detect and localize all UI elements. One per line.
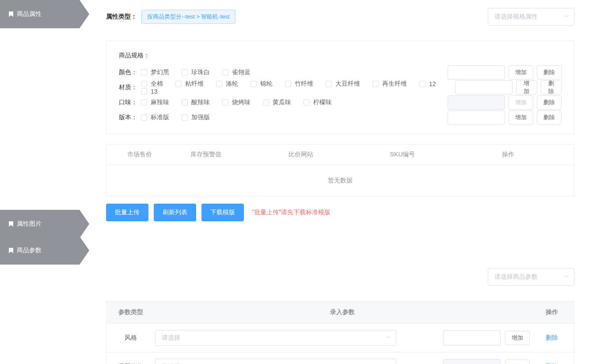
spec-option[interactable]: 雀翎蓝 — [222, 68, 251, 76]
spec-option-label: 锦纶 — [260, 80, 273, 88]
spec-delete-button[interactable]: 删除 — [537, 65, 562, 80]
spec-option[interactable]: 锦纶 — [251, 80, 273, 88]
spec-option[interactable]: 酸辣味 — [182, 99, 210, 106]
spec-option[interactable]: 标准版 — [141, 114, 169, 121]
download-template-button[interactable]: 下载模版 — [201, 204, 244, 221]
spec-option-label: 粘纤维 — [185, 80, 204, 88]
checkbox-icon — [141, 99, 147, 106]
spec-add-button: 增加 — [509, 95, 533, 110]
params-table: 参数类型 录入参数 操作 风格请选择﹀增加删除是否膨化请选择﹀增加删除机身厚度请… — [106, 301, 574, 364]
spec-option[interactable]: 黄瓜味 — [263, 99, 291, 106]
checkbox-icon — [222, 99, 228, 106]
param-select[interactable]: 请选择﹀ — [155, 330, 396, 346]
spec-attr-select[interactable]: 请选择规格属性 ﹀ — [488, 8, 574, 26]
spec-value-input[interactable] — [448, 65, 505, 80]
spec-add-button[interactable]: 增加 — [509, 110, 533, 125]
sidebar-tab-label: 商品属性 — [17, 10, 42, 18]
sidebar-tab-attributes[interactable]: 商品属性 — [0, 0, 80, 28]
sidebar-tab-params[interactable]: 商品参数 — [0, 236, 80, 265]
spec-option-label: 加强版 — [191, 114, 210, 121]
spec-row-actions: 增加删除 — [448, 95, 562, 110]
spec-value-input — [448, 95, 505, 110]
checkbox-icon — [372, 81, 379, 87]
spec-option-label: 柠檬味 — [313, 99, 332, 106]
spec-delete-button[interactable]: 删除 — [541, 80, 562, 95]
checkbox-icon — [141, 81, 147, 87]
spec-option[interactable]: 粘纤维 — [175, 80, 204, 88]
spec-option[interactable]: 烧烤味 — [222, 99, 251, 106]
spec-option-label: 麻辣味 — [151, 99, 169, 106]
spec-options: 梦幻黑珍珠白雀翎蓝 — [141, 68, 448, 76]
spec-row-actions: 增加删除 — [448, 110, 562, 125]
spec-option[interactable]: 全棉 — [141, 80, 163, 88]
spec-value-input[interactable] — [448, 110, 505, 125]
chevron-down-icon: ﹀ — [564, 273, 570, 281]
param-add-button[interactable]: 增加 — [505, 331, 530, 345]
checkbox-icon — [326, 81, 332, 87]
spec-option[interactable]: 竹纤维 — [285, 80, 313, 88]
param-attr-select[interactable]: 请选择商品参数 ﹀ — [488, 268, 574, 286]
spec-row: 材质：全棉粘纤维涤纶锦纶竹纤维大豆纤维再生纤维1213增加删除 — [119, 80, 562, 95]
spec-option-label: 全棉 — [151, 80, 163, 88]
spec-option-label: 涤纶 — [226, 80, 238, 88]
spec-delete-button[interactable]: 删除 — [537, 95, 562, 110]
spec-add-button[interactable]: 增加 — [509, 65, 533, 80]
refresh-list-button[interactable]: 刷新列表 — [154, 204, 196, 221]
spec-option[interactable]: 麻辣味 — [141, 99, 169, 106]
spec-option-label: 12 — [429, 80, 436, 87]
bookmark-icon — [9, 11, 13, 17]
spec-option[interactable]: 梦幻黑 — [141, 68, 169, 76]
spec-option[interactable]: 柠檬味 — [304, 99, 332, 106]
checkbox-icon — [263, 99, 269, 106]
spec-row-label: 材质： — [119, 83, 141, 91]
spec-row-actions: 增加删除 — [455, 80, 562, 95]
params-row: 是否膨化请选择﹀增加删除 — [106, 353, 574, 364]
spec-option-label: 烧烤味 — [232, 99, 251, 106]
param-op-cell: 删除 — [530, 334, 574, 342]
spec-option[interactable]: 再生纤维 — [372, 80, 407, 88]
spec-options: 麻辣味酸辣味烧烤味黄瓜味柠檬味 — [141, 99, 448, 106]
checkbox-icon — [304, 99, 310, 106]
params-th-type: 参数类型 — [106, 301, 155, 323]
spec-option[interactable]: 12 — [419, 80, 436, 87]
param-delete-link[interactable]: 删除 — [546, 334, 558, 341]
sidebar-tab-images[interactable]: 属性图片 — [0, 210, 80, 238]
spec-options: 标准版加强版 — [141, 114, 448, 121]
sku-th-skuno: SKU编号 — [363, 144, 442, 165]
spec-option-label: 13 — [151, 88, 158, 95]
params-th-op: 操作 — [530, 301, 574, 323]
spec-add-button[interactable]: 增加 — [516, 80, 537, 95]
sku-th-price: 市场售价 — [106, 144, 173, 165]
sku-table-empty: 暂无数据 — [106, 165, 574, 196]
spec-row-actions: 增加删除 — [448, 65, 562, 80]
spec-option[interactable]: 珍珠白 — [182, 68, 210, 76]
spec-delete-button[interactable]: 删除 — [537, 110, 562, 125]
spec-option[interactable]: 涤纶 — [216, 80, 238, 88]
spec-row: 口味：麻辣味酸辣味烧烤味黄瓜味柠檬味增加删除 — [119, 95, 562, 110]
spec-row-label: 口味： — [119, 99, 141, 106]
param-attr-select-placeholder: 请选择商品参数 — [494, 273, 538, 281]
sidebar-tab-label: 属性图片 — [17, 220, 42, 228]
breadcrumb[interactable]: 按商品类型分--test > 智能机-test — [141, 10, 235, 24]
params-table-header: 参数类型 录入参数 操作 — [106, 301, 574, 324]
batch-upload-button[interactable]: 批量上传 — [106, 204, 148, 221]
params-row: 风格请选择﹀增加删除 — [106, 324, 574, 353]
spec-option[interactable]: 大豆纤维 — [326, 80, 360, 88]
sku-table: 市场售价 库存预警值 比价网站 SKU编号 操作 暂无数据 — [106, 144, 574, 197]
spec-option[interactable]: 13 — [141, 88, 158, 95]
spec-option-label: 珍珠白 — [191, 68, 210, 76]
param-add-button: 增加 — [505, 360, 530, 364]
params-th-input: 录入参数 — [155, 301, 530, 323]
spec-title: 商品规格： — [119, 52, 562, 60]
param-select[interactable]: 请选择﹀ — [155, 359, 396, 364]
param-value-input[interactable] — [443, 330, 501, 345]
checkbox-icon — [216, 81, 222, 87]
spec-row: 版本：标准版加强版增加删除 — [119, 110, 562, 125]
sku-th-stock: 库存预警值 — [173, 144, 239, 165]
attr-type-label: 属性类型： — [106, 13, 137, 21]
chevron-down-icon: ﹀ — [386, 334, 391, 342]
spec-option-label: 竹纤维 — [295, 80, 313, 88]
spec-option[interactable]: 加强版 — [182, 114, 210, 121]
spec-value-input[interactable] — [455, 80, 513, 95]
checkbox-icon — [182, 69, 188, 76]
